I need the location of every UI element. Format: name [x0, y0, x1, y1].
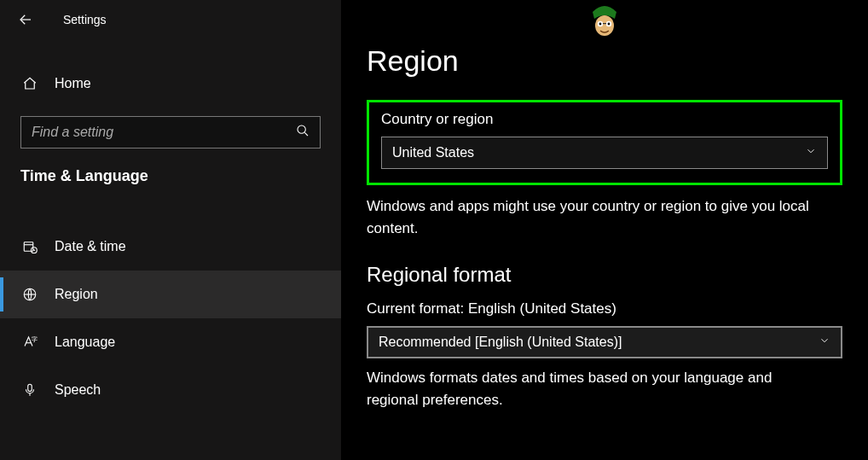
content-pane: Region Country or region United States W…	[341, 0, 868, 460]
dropdown-value: United States	[392, 145, 474, 160]
search-input[interactable]	[32, 125, 281, 140]
sidebar-item-date-time[interactable]: Date & time	[0, 223, 341, 271]
page-title: Region	[367, 44, 842, 78]
microphone-icon	[22, 382, 39, 398]
home-icon	[22, 76, 39, 91]
svg-rect-1	[24, 242, 33, 252]
sidebar-item-region[interactable]: Region	[0, 271, 341, 318]
search-icon	[296, 124, 310, 141]
sidebar-home-label: Home	[55, 76, 91, 91]
sidebar-home[interactable]: Home	[0, 63, 341, 104]
country-region-helper: Windows and apps might use your country …	[367, 195, 827, 239]
country-region-label: Country or region	[381, 111, 828, 128]
svg-point-10	[608, 23, 610, 26]
sidebar-item-speech[interactable]: Speech	[0, 366, 341, 414]
regional-format-heading: Regional format	[367, 263, 842, 287]
country-region-dropdown[interactable]: United States	[381, 137, 828, 169]
svg-text:字: 字	[32, 336, 38, 342]
titlebar: Settings	[0, 0, 341, 39]
sidebar-item-language[interactable]: 字 Language	[0, 318, 341, 366]
calendar-clock-icon	[22, 239, 39, 254]
svg-point-0	[298, 125, 305, 133]
chevron-down-icon	[819, 335, 830, 350]
chevron-down-icon	[805, 145, 817, 160]
regional-format-dropdown[interactable]: Recommended [English (United States)]	[367, 326, 842, 358]
language-icon: 字	[22, 335, 39, 350]
country-region-highlight: Country or region United States	[367, 100, 842, 185]
back-button[interactable]	[9, 3, 43, 37]
svg-rect-11	[603, 23, 606, 24]
sidebar-item-label: Region	[55, 287, 98, 302]
nav-list: Date & time Region 字 Language	[0, 223, 341, 414]
current-format-label: Current format: English (United States)	[367, 300, 842, 317]
svg-rect-5	[28, 384, 32, 391]
window-title: Settings	[63, 13, 107, 26]
sidebar: Settings Home Time & Language	[0, 0, 341, 460]
sidebar-item-label: Date & time	[55, 239, 126, 254]
search-field[interactable]	[20, 116, 321, 148]
settings-window: Settings Home Time & Language	[0, 0, 868, 460]
svg-point-9	[599, 23, 602, 26]
mascot-overlay	[589, 3, 620, 38]
back-arrow-icon	[18, 12, 33, 27]
regional-format-helper: Windows formats dates and times based on…	[367, 367, 827, 411]
sidebar-item-label: Language	[55, 335, 115, 350]
globe-icon	[22, 287, 39, 302]
sidebar-item-label: Speech	[55, 382, 101, 398]
search-wrap	[20, 116, 321, 148]
dropdown-value: Recommended [English (United States)]	[379, 335, 622, 350]
sidebar-category-label: Time & Language	[0, 148, 341, 192]
